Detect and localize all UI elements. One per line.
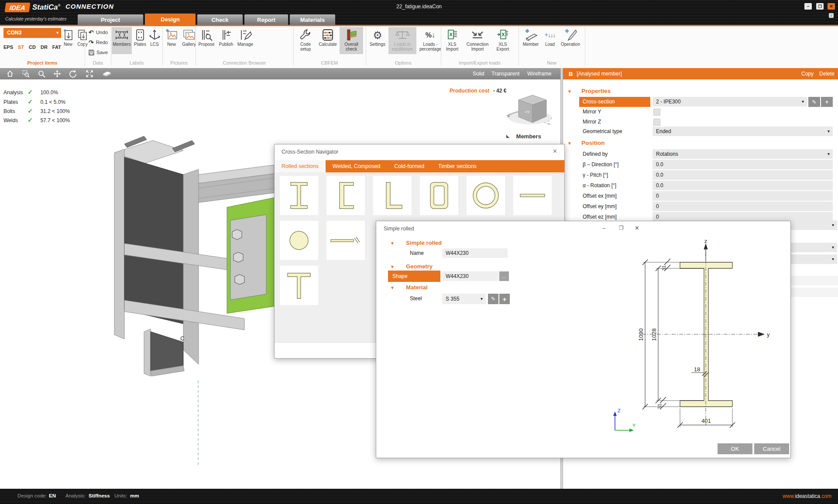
section-geometry[interactable]: ▼ Geometry [390, 262, 433, 270]
mirror-z-checkbox[interactable] [653, 119, 660, 126]
new-project-item-button[interactable]: New [61, 27, 75, 47]
panel-delete-button[interactable]: Delete [819, 71, 835, 77]
section-position[interactable]: ▼ Position [567, 139, 605, 147]
pan-icon[interactable] [53, 70, 61, 78]
cross-section-add-button[interactable]: + [821, 97, 833, 107]
steel-edit-button[interactable]: ✎ [488, 294, 498, 304]
zoom-window-icon[interactable] [22, 70, 30, 78]
steel-add-button[interactable]: + [499, 294, 510, 304]
dialog-close-button[interactable]: ✕ [635, 225, 639, 231]
zoom-fit-icon[interactable] [86, 70, 93, 78]
covered-dropdown[interactable] [791, 243, 837, 252]
beta-direction-field[interactable]: 0.0 [653, 160, 833, 169]
solid-box-icon[interactable] [102, 70, 112, 77]
loads-in-equilibrium-button[interactable]: Loads in equilibrium [388, 27, 416, 54]
mirror-y-checkbox[interactable] [653, 109, 660, 116]
mode-dr[interactable]: DR [41, 45, 48, 50]
section-flat-bar[interactable] [513, 176, 552, 215]
dialog-minimize-button[interactable]: – [602, 225, 605, 231]
check-row-bolts[interactable]: Bolts ✓ 31.2 < 100% [3, 107, 104, 115]
display-mode-solid[interactable]: Solid [473, 71, 484, 77]
section-simple-rolled[interactable]: ▼ Simple rolled [390, 239, 442, 247]
close-button[interactable]: ✕ [828, 3, 835, 10]
labels-plates-button[interactable]: Plates [132, 27, 148, 47]
shape-row-label[interactable]: Shape [388, 271, 440, 282]
calculate-button[interactable]: Calculate [317, 27, 338, 47]
shape-input[interactable]: W44X230 [442, 271, 499, 281]
covered-dropdown[interactable] [791, 254, 837, 264]
labels-members-button[interactable]: Members [112, 27, 132, 54]
tab-design[interactable]: Design [145, 14, 196, 25]
section-rhs[interactable] [420, 176, 458, 215]
navigator-close-button[interactable]: ✕ [553, 148, 557, 154]
xls-export-button[interactable]: X XLS Export [493, 27, 512, 51]
new-load-button[interactable]: +↓↓↓ Load [542, 27, 558, 47]
section-material[interactable]: ▼ Material [390, 283, 428, 291]
section-i-beam[interactable] [280, 176, 318, 215]
defined-by-dropdown[interactable]: Rotations [653, 149, 833, 159]
section-plate[interactable] [326, 221, 365, 260]
info-icon[interactable]: i [829, 13, 834, 18]
tab-report[interactable]: Report [244, 14, 288, 25]
cross-section-edit-button[interactable]: ✎ [808, 97, 820, 107]
tab-check[interactable]: Check [197, 14, 243, 25]
shape-browse-button[interactable]: ... [499, 271, 509, 281]
undo-button[interactable]: ↶ Undo [89, 29, 108, 36]
gamma-pitch-field[interactable]: 0.0 [653, 170, 833, 180]
check-row-analysis[interactable]: Analysis ✓ 100.0% [3, 89, 104, 96]
new-member-button[interactable]: Member [520, 27, 541, 47]
tab-project[interactable]: Project [78, 14, 143, 25]
navigation-cube[interactable]: +Y - [505, 89, 554, 133]
loads-percentage-button[interactable]: %↓ Loads - percentage [418, 27, 443, 51]
rotate-icon[interactable] [69, 70, 77, 78]
offset-ey-field[interactable]: 0 [653, 202, 833, 211]
alpha-rotation-field[interactable]: 0.0 [653, 181, 833, 190]
check-row-plates[interactable]: Plates ✓ 0.1 < 5.0% [3, 98, 104, 106]
overall-check-button[interactable]: Overall check [340, 27, 363, 54]
cross-section-dropdown[interactable]: 2 - IPE300 [653, 97, 807, 106]
covered-field[interactable] [791, 276, 838, 285]
picture-new-button[interactable]: New [164, 27, 179, 47]
covered-field[interactable] [791, 288, 838, 297]
cancel-button[interactable]: Cancel [754, 443, 789, 454]
labels-lcs-button[interactable]: LCS [148, 27, 161, 47]
redo-button[interactable]: ↷ Redo [89, 39, 108, 46]
display-mode-wireframe[interactable]: Wireframe [527, 71, 551, 77]
propose-button[interactable]: Propose [196, 27, 216, 47]
connection-import-button[interactable]: Connection Import [463, 27, 492, 51]
copy-project-item-button[interactable]: Copy [75, 27, 90, 47]
covered-dropdown[interactable] [791, 220, 837, 230]
new-operation-button[interactable]: Operation [559, 27, 582, 47]
mode-st[interactable]: ST [18, 45, 24, 50]
home-icon[interactable] [6, 70, 14, 78]
xls-import-button[interactable]: X XLS Import [443, 27, 462, 51]
section-chs[interactable] [467, 176, 505, 215]
section-properties[interactable]: ▼ Properties [567, 87, 611, 95]
tab-timber-sections[interactable]: Timber sections [431, 160, 484, 172]
row-cross-section-label[interactable]: Cross-section [579, 97, 650, 107]
geometrical-type-dropdown[interactable]: Ended [653, 127, 833, 136]
mode-cd[interactable]: CD [29, 45, 36, 50]
section-round-bar[interactable] [280, 221, 318, 260]
mode-eps[interactable]: EPS [3, 45, 13, 50]
minimize-button[interactable]: – [804, 3, 812, 10]
display-mode-transparent[interactable]: Transparent [491, 71, 519, 77]
steel-dropdown[interactable]: S 355 [442, 294, 486, 304]
save-button[interactable]: Save [89, 49, 108, 56]
ok-button[interactable]: OK [718, 443, 752, 454]
members-tree-header[interactable]: ◣ Members [506, 133, 541, 140]
tab-cold-formed[interactable]: Cold-formed [387, 160, 431, 172]
offset-ex-field[interactable]: 0 [653, 191, 833, 201]
tab-rolled-sections[interactable]: Rolled sections [275, 160, 326, 172]
check-row-welds[interactable]: Welds ✓ 57.7 < 100% [3, 117, 104, 124]
settings-button[interactable]: ⚙ Settings [367, 27, 388, 47]
manage-button[interactable]: Manage [236, 27, 255, 47]
connection-selector[interactable]: CON3 ▾ [3, 28, 61, 38]
dialog-maximize-button[interactable]: ❒ [619, 225, 624, 231]
model-3d[interactable]: C [109, 127, 284, 471]
tab-welded-composed[interactable]: Welded, Composed [326, 160, 388, 172]
section-tee[interactable] [280, 266, 318, 305]
panel-copy-button[interactable]: Copy [801, 71, 814, 77]
name-input[interactable]: W44X230 [442, 248, 508, 258]
tab-materials[interactable]: Materials [290, 14, 335, 25]
